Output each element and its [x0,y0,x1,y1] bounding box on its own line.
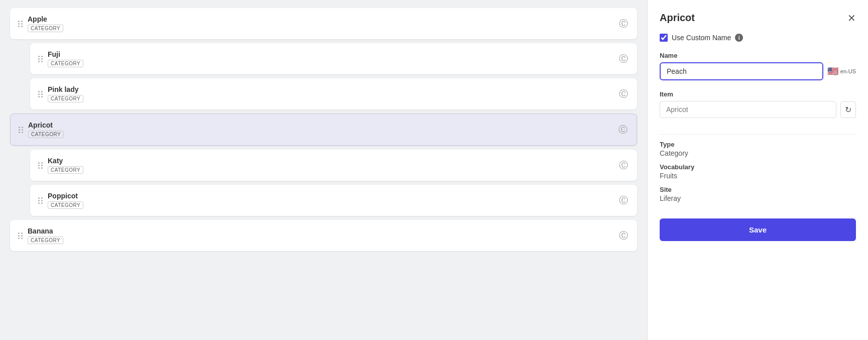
item-field-group: Item ↻ [660,90,856,118]
vocabulary-section: Vocabulary Fruits [660,163,856,180]
info-icon: i [735,34,743,42]
right-panel: Apricot ✕ Use Custom Name i Name 🇺🇸 en-U… [647,0,868,340]
drag-handle-poppicot [38,197,43,204]
card-content-katy: Katy CATEGORY [48,157,618,174]
card-badge-fuji: CATEGORY [48,60,83,67]
card-badge-apple: CATEGORY [28,25,63,32]
card-content-banana: Banana CATEGORY [28,227,618,244]
card-close-fuji[interactable]: Ⓒ [618,53,629,64]
card-close-pink-lady[interactable]: Ⓒ [618,88,629,99]
panel-title: Apricot [660,12,695,24]
drag-handle-banana [18,233,23,239]
site-value: Liferay [660,194,856,202]
drag-handle-apple [18,21,23,27]
card-pink-lady[interactable]: Pink lady CATEGORY Ⓒ [30,78,637,109]
vocabulary-value: Fruits [660,172,856,180]
item-label: Item [660,90,856,98]
type-section: Type Category [660,141,856,157]
card-title-pink-lady: Pink lady [48,85,618,93]
save-button[interactable]: Save [660,218,856,241]
locale-button[interactable]: 🇺🇸 en-US [827,66,856,77]
panel-header: Apricot ✕ [660,12,856,24]
card-banana[interactable]: Banana CATEGORY Ⓒ [10,220,637,251]
item-input [660,101,836,118]
refresh-button[interactable]: ↻ [840,101,856,118]
card-title-fuji: Fuji [48,50,618,58]
drag-handle-pink-lady [38,91,43,97]
site-label: Site [660,186,856,193]
divider-1 [660,134,856,135]
vocabulary-label: Vocabulary [660,163,856,171]
type-value: Category [660,149,856,157]
left-panel: Apple CATEGORY Ⓒ Fuji CATEGORY Ⓒ Pin [0,0,647,340]
card-content-apple: Apple CATEGORY [28,15,618,32]
card-title-poppicot: Poppicot [48,192,618,200]
use-custom-name-checkbox[interactable] [660,34,668,42]
card-badge-katy: CATEGORY [48,166,83,174]
card-poppicot[interactable]: Poppicot CATEGORY Ⓒ [30,185,637,216]
card-badge-apricot: CATEGORY [28,131,64,138]
card-badge-pink-lady: CATEGORY [48,95,83,102]
drag-handle-katy [38,162,43,169]
locale-label: en-US [840,68,856,74]
card-close-katy[interactable]: Ⓒ [618,160,629,171]
item-field-row: ↻ [660,101,856,118]
card-content-pink-lady: Pink lady CATEGORY [48,85,618,102]
name-field-row: 🇺🇸 en-US [660,62,856,80]
card-badge-poppicot: CATEGORY [48,201,83,209]
use-custom-name-row: Use Custom Name i [660,34,856,42]
site-section: Site Liferay [660,186,856,202]
card-fuji[interactable]: Fuji CATEGORY Ⓒ [30,43,637,74]
card-title-apricot: Apricot [28,121,617,129]
card-katy[interactable]: Katy CATEGORY Ⓒ [30,150,637,181]
card-close-apricot[interactable]: Ⓒ [617,124,629,135]
name-input[interactable] [660,62,823,80]
card-close-apple[interactable]: Ⓒ [618,18,629,29]
card-apple[interactable]: Apple CATEGORY Ⓒ [10,8,637,39]
use-custom-name-label: Use Custom Name [672,34,731,42]
type-label: Type [660,141,856,148]
card-close-banana[interactable]: Ⓒ [618,230,629,241]
panel-close-button[interactable]: ✕ [847,13,856,23]
card-content-poppicot: Poppicot CATEGORY [48,192,618,209]
card-title-apple: Apple [28,15,618,23]
name-field-group: Name 🇺🇸 en-US [660,52,856,80]
flag-icon: 🇺🇸 [827,66,838,77]
card-title-banana: Banana [28,227,618,235]
card-title-katy: Katy [48,157,618,165]
name-label: Name [660,52,856,59]
card-content-fuji: Fuji CATEGORY [48,50,618,67]
drag-handle-fuji [38,56,43,62]
card-content-apricot: Apricot CATEGORY [28,121,617,138]
card-close-poppicot[interactable]: Ⓒ [618,195,629,206]
card-badge-banana: CATEGORY [28,237,63,244]
drag-handle-apricot [19,127,23,133]
card-apricot[interactable]: Apricot CATEGORY Ⓒ [10,114,637,146]
